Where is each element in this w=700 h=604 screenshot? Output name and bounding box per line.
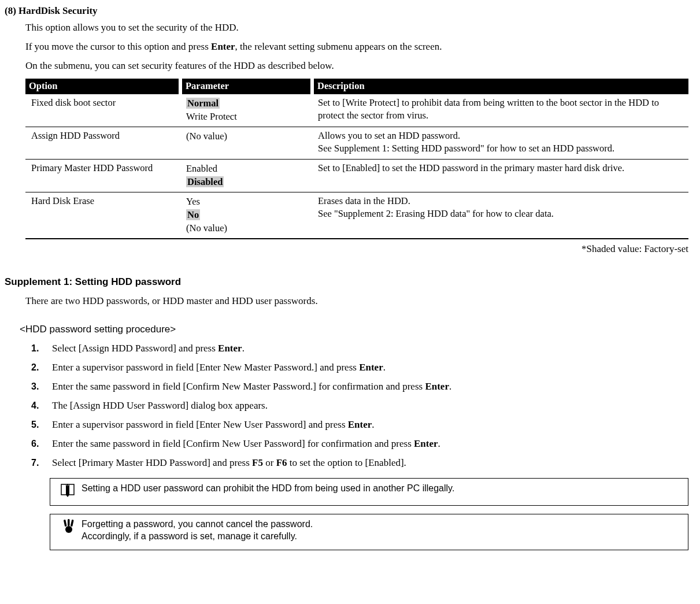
key-enter: Enter: [218, 343, 242, 354]
procedure-steps: Select [Assign HDD Password] and press E…: [28, 342, 688, 470]
table-header-row: Option Parameter Description: [25, 79, 688, 94]
header-parameter: Parameter: [180, 79, 312, 94]
param-value-factory: No: [186, 209, 200, 220]
cell-option: Hard Disk Erase: [25, 192, 180, 239]
table-row: Assign HDD Password (No value) Allows yo…: [25, 127, 688, 160]
text: .: [242, 343, 245, 354]
key-f5: F5: [252, 457, 263, 468]
note-text: Forgetting a password, you cannot cancel…: [82, 518, 682, 543]
section-body: This option allows you to set the securi…: [25, 21, 688, 256]
key-enter: Enter: [348, 419, 372, 430]
step-2: Enter a supervisor password in field [En…: [44, 361, 688, 375]
text: .: [383, 362, 386, 373]
param-value: (No value): [186, 129, 308, 143]
supplement-1-intro: There are two HDD passwords, or HDD mast…: [25, 295, 688, 308]
text: Select [Assign HDD Password] and press: [52, 343, 218, 354]
cell-option: Primary Master HDD Password: [25, 159, 180, 192]
svg-rect-4: [68, 519, 70, 526]
warning-icon: [56, 518, 82, 534]
key-f6: F6: [276, 457, 287, 468]
table-footnote: *Shaded value: Factory-set: [25, 243, 688, 256]
intro-paragraph-3: On the submenu, you can set security fea…: [25, 60, 688, 73]
param-value: Yes: [186, 195, 308, 208]
desc-line: See "Supplement 2: Erasing HDD data" for…: [318, 207, 684, 220]
warning-note-box: Forgetting a password, you cannot cancel…: [50, 514, 688, 550]
text: Select [Primary Master HDD Password] and…: [52, 457, 252, 468]
step-3: Enter the same password in field [Confir…: [44, 380, 688, 394]
header-option: Option: [25, 79, 180, 94]
svg-rect-5: [71, 519, 74, 526]
desc-line: Allows you to set an HDD password.: [318, 129, 684, 142]
param-value-factory: Normal: [186, 98, 220, 109]
step-4: The [Assign HDD User Password] dialog bo…: [44, 399, 688, 413]
cell-parameter: (No value): [180, 127, 312, 160]
note-line: Forgetting a password, you cannot cancel…: [82, 518, 682, 531]
text: .: [449, 381, 451, 392]
text: , the relevant setting submenu appears o…: [235, 41, 442, 52]
cell-option: Assign HDD Password: [25, 127, 180, 160]
book-icon: [56, 482, 82, 498]
step-5: Enter a supervisor password in field [En…: [44, 418, 688, 432]
info-note-box: Setting a HDD user password can prohibit…: [50, 478, 688, 506]
text: to set the option to [Enabled].: [287, 457, 406, 468]
text: .: [438, 438, 440, 449]
supplement-1-title: Supplement 1: Setting HDD password: [5, 276, 688, 289]
text: Enter the same password in field [Confir…: [52, 381, 425, 392]
intro-paragraph-2: If you move the cursor to this option an…: [25, 40, 688, 54]
note-line: Accordingly, if a password is set, manag…: [82, 530, 682, 543]
key-enter: Enter: [414, 438, 438, 449]
text: .: [372, 419, 374, 430]
param-value: (No value): [186, 221, 308, 235]
step-1: Select [Assign HDD Password] and press E…: [44, 342, 688, 355]
text: If you move the cursor to this option an…: [25, 41, 211, 52]
key-enter: Enter: [211, 41, 235, 52]
table-row: Fixed disk boot sector Normal Write Prot…: [25, 94, 688, 127]
desc-line: Erases data in the HDD.: [318, 195, 684, 207]
table-row: Hard Disk Erase Yes No (No value) Erases…: [25, 192, 688, 239]
header-description: Description: [312, 79, 688, 94]
cell-description: Set to [Write Protect] to prohibit data …: [312, 94, 688, 127]
param-value: Write Protect: [186, 110, 308, 123]
cell-parameter: Yes No (No value): [180, 192, 312, 239]
key-enter: Enter: [425, 381, 449, 392]
intro-paragraph-1: This option allows you to set the securi…: [25, 21, 688, 35]
text: or: [263, 457, 276, 468]
cell-option: Fixed disk boot sector: [25, 94, 180, 127]
procedure-title: <HDD password setting procedure>: [20, 323, 688, 336]
cell-description: Erases data in the HDD. See "Supplement …: [312, 192, 688, 239]
note-text: Setting a HDD user password can prohibit…: [82, 482, 682, 495]
step-6: Enter the same password in field [Confir…: [44, 438, 688, 451]
text: Enter a supervisor password in field [En…: [52, 419, 348, 430]
cell-parameter: Normal Write Protect: [180, 94, 312, 127]
param-value-factory: Disabled: [186, 176, 224, 187]
table-row: Primary Master HDD Password Enabled Disa…: [25, 159, 688, 192]
section-title: (8) HardDisk Security: [5, 5, 688, 18]
svg-point-2: [65, 526, 72, 533]
cell-parameter: Enabled Disabled: [180, 159, 312, 192]
cell-description: Set to [Enabled] to set the HDD password…: [312, 159, 688, 192]
text: Enter a supervisor password in field [En…: [52, 362, 359, 373]
param-value: Enabled: [186, 162, 308, 175]
step-7: Select [Primary Master HDD Password] and…: [44, 457, 688, 470]
text: Enter the same password in field [Confir…: [52, 438, 414, 449]
cell-description: Allows you to set an HDD password. See S…: [312, 127, 688, 160]
desc-line: See Supplement 1: Setting HDD password" …: [318, 142, 684, 155]
options-table: Option Parameter Description Fixed disk …: [25, 79, 688, 239]
svg-rect-3: [64, 519, 67, 526]
key-enter: Enter: [359, 362, 383, 373]
